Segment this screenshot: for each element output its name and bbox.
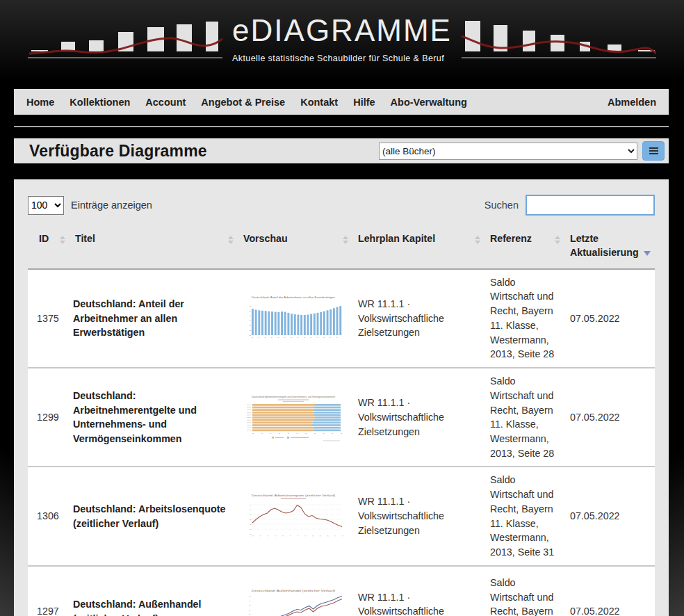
content-panel: 100 Einträge anzeigen Suchen IDTitelVors… — [14, 179, 669, 616]
cell-titel: Deutschland: Arbeitslosenquote (zeitlich… — [70, 467, 238, 565]
column-label: Lehrplan Kapitel — [358, 233, 435, 244]
menu-button[interactable] — [642, 141, 665, 161]
cell-referenz: Saldo Wirtschaft und Recht, Bayern 11. K… — [484, 467, 564, 565]
svg-text:Deutschland: Anteil der Arbeit: Deutschland: Anteil der Arbeitnehmer an … — [252, 295, 336, 299]
cell-lehrplan-kapitel: WR 11.1.1 · Volkswirtschaftliche Zielset… — [352, 467, 484, 565]
caret-down-icon — [644, 251, 651, 256]
brand-title: eDIAGRAMME — [232, 15, 452, 46]
cell-letzte-aktualisierung: 07.05.2022 — [564, 467, 655, 565]
page-length-label: Einträge anzeigen — [71, 200, 152, 211]
cell-letzte-aktualisierung: 07.05.2022 — [564, 566, 655, 616]
table-row: 1375Deutschland: Anteil der Arbeitnehmer… — [28, 269, 655, 368]
cell-referenz: Saldo Wirtschaft und Recht, Bayern 11. K… — [484, 269, 564, 368]
nav-item-abo-verwaltung[interactable]: Abo-Verwaltung — [391, 97, 467, 108]
table-row: 1306Deutschland: Arbeitslosenquote (zeit… — [28, 467, 655, 565]
nav-item-kollektionen[interactable]: Kollektionen — [70, 97, 130, 108]
nav-item-kontakt[interactable]: Kontakt — [300, 97, 338, 108]
column-header-letzte-aktualisierung[interactable]: Letzte Aktualisierung — [564, 227, 655, 269]
logo-bars-right-icon — [462, 11, 656, 63]
diagram-preview[interactable]: Deutschland: Arbeitnehmerentgelte und Un… — [241, 392, 345, 443]
table-row: 1297Deutschland: Außenhandel (zeitlicher… — [28, 566, 655, 616]
cell-vorschau: Deutschland: Anteil der Arbeitnehmer an … — [238, 269, 352, 368]
diagram-title: Deutschland: Arbeitslosenquote (zeitlich… — [73, 502, 232, 530]
cell-titel: Deutschland: Anteil der Arbeitnehmer an … — [70, 269, 238, 368]
column-label: ID — [39, 233, 49, 244]
diagram-preview[interactable]: Deutschland: Anteil der Arbeitnehmer an … — [241, 293, 345, 343]
diagram-preview[interactable]: Deutschland: Arbeitslosenquote (zeitlich… — [241, 491, 345, 542]
cell-letzte-aktualisierung: 07.05.2022 — [564, 269, 655, 368]
cell-lehrplan-kapitel: WR 11.1.1 · Volkswirtschaftliche Zielset… — [352, 368, 484, 467]
caret-down-icon — [555, 241, 560, 244]
cell-vorschau: Deutschland: Arbeitnehmerentgelte und Un… — [238, 368, 352, 467]
navbar: HomeKollektionenAccountAngebot & PreiseK… — [14, 89, 669, 115]
cell-id: 1306 — [28, 467, 70, 565]
site-header: eDIAGRAMME Aktuelle statistische Schaubi… — [0, 0, 684, 82]
divider-line — [14, 126, 669, 127]
sort-icons — [475, 236, 480, 244]
diagram-title: Deutschland: Arbeitnehmerentgelte und Un… — [73, 389, 232, 446]
column-label: Vorschau — [243, 233, 288, 244]
svg-text:Deutschland: Arbeitslosenquote: Deutschland: Arbeitslosenquote (zeitlich… — [252, 494, 336, 497]
table-row: 1299Deutschland: Arbeitnehmerentgelte un… — [28, 368, 655, 467]
cell-referenz: Saldo Wirtschaft und Recht, Bayern 11. K… — [484, 368, 564, 467]
cell-id: 1297 — [28, 566, 70, 616]
nav-item-abmelden[interactable]: Abmelden — [608, 97, 656, 108]
cell-id: 1375 — [28, 269, 70, 368]
caret-up-icon — [555, 236, 560, 239]
caret-up-icon — [343, 236, 348, 239]
search-label: Suchen — [484, 200, 519, 211]
hamburger-icon — [649, 150, 658, 152]
cell-vorschau: Deutschland: Außenhandel (zeitlicher Ver… — [238, 566, 352, 616]
table-controls: 100 Einträge anzeigen Suchen — [28, 195, 655, 216]
column-label: Titel — [75, 233, 95, 244]
cell-lehrplan-kapitel: WR 11.1.1 · Volkswirtschaftliche Zielset… — [352, 566, 484, 616]
brand-tagline: Aktuelle statistische Schaubilder für Sc… — [232, 54, 452, 63]
column-header-vorschau[interactable]: Vorschau — [238, 227, 352, 269]
column-header-referenz[interactable]: Referenz — [484, 227, 564, 269]
search-input[interactable] — [526, 195, 655, 216]
cell-titel: Deutschland: Arbeitnehmerentgelte und Un… — [70, 368, 238, 467]
cell-titel: Deutschland: Außenhandel (zeitlicher Ver… — [70, 566, 238, 616]
cell-letzte-aktualisierung: 07.05.2022 — [564, 368, 655, 467]
sort-icons — [555, 236, 560, 244]
nav-item-hilfe[interactable]: Hilfe — [353, 97, 375, 108]
page-length-select[interactable]: 100 — [28, 196, 64, 215]
page-title: Verfügbare Diagramme — [29, 142, 207, 161]
brand: eDIAGRAMME Aktuelle statistische Schaubi… — [232, 8, 452, 63]
cell-lehrplan-kapitel: WR 11.1.1 · Volkswirtschaftliche Zielset… — [352, 269, 484, 368]
table-header-row: IDTitelVorschauLehrplan KapitelReferenzL… — [28, 227, 655, 269]
table-body: 1375Deutschland: Anteil der Arbeitnehmer… — [28, 269, 655, 616]
sort-icons — [228, 236, 234, 244]
sort-icons — [60, 236, 65, 244]
nav-item-angebot-preise[interactable]: Angebot & Preise — [201, 97, 285, 108]
nav-item-home[interactable]: Home — [26, 97, 54, 108]
column-label: Referenz — [490, 233, 532, 244]
cell-referenz: Saldo Wirtschaft und Recht, Bayern 11. K… — [484, 566, 564, 616]
caret-up-icon — [228, 236, 234, 239]
cell-vorschau: Deutschland: Arbeitslosenquote (zeitlich… — [238, 467, 352, 565]
caret-up-icon — [60, 236, 65, 239]
title-bar: Verfügbare Diagramme (alle Bücher) — [14, 138, 669, 163]
sort-icons — [343, 236, 348, 244]
nav-item-account[interactable]: Account — [145, 97, 186, 108]
column-header-titel[interactable]: Titel — [70, 227, 238, 269]
cell-id: 1299 — [28, 368, 70, 467]
svg-text:Deutschland: Außenhandel (zeit: Deutschland: Außenhandel (zeitlicher Ver… — [252, 589, 336, 592]
caret-up-icon — [475, 236, 480, 239]
diagram-title: Deutschland: Außenhandel (zeitlicher Ver… — [73, 597, 232, 616]
column-header-lehrplan-kapitel[interactable]: Lehrplan Kapitel — [352, 227, 484, 269]
diagram-table: IDTitelVorschauLehrplan KapitelReferenzL… — [28, 227, 655, 616]
book-filter-select[interactable]: (alle Bücher) — [379, 143, 637, 160]
caret-down-icon — [60, 241, 65, 244]
caret-down-icon — [228, 241, 234, 244]
logo-bars-left-icon — [28, 11, 222, 63]
diagram-title: Deutschland: Anteil der Arbeitnehmer an … — [73, 297, 232, 340]
svg-text:Deutschland: Arbeitnehmerentge: Deutschland: Arbeitnehmerentgelte und Un… — [252, 396, 335, 398]
diagram-preview[interactable]: Deutschland: Außenhandel (zeitlicher Ver… — [241, 586, 345, 616]
column-label: Letzte Aktualisierung — [570, 233, 639, 258]
column-header-id[interactable]: ID — [28, 227, 70, 269]
caret-down-icon — [475, 241, 480, 244]
caret-down-icon — [343, 241, 348, 244]
